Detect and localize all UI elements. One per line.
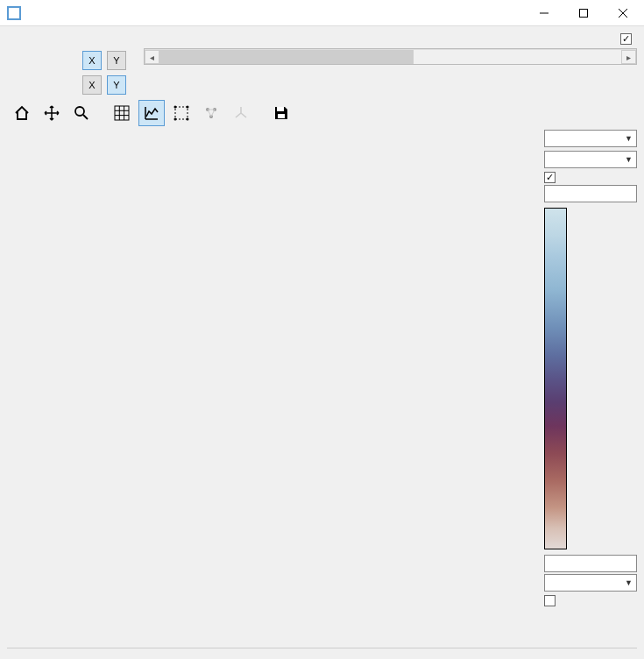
- colorbar-max-input[interactable]: [544, 185, 637, 202]
- svg-line-21: [211, 110, 215, 117]
- grid-button[interactable]: [109, 100, 135, 126]
- minimize-button[interactable]: [524, 0, 563, 26]
- scroll-left-arrow[interactable]: ◂: [145, 50, 159, 64]
- track-cursor-checkbox[interactable]: ✓: [620, 33, 635, 45]
- pan-button[interactable]: [39, 100, 65, 126]
- status-bar: [7, 648, 637, 657]
- app-icon: [7, 6, 21, 20]
- svg-point-14: [174, 118, 177, 121]
- home-button[interactable]: [9, 100, 35, 126]
- nonortho-button[interactable]: [198, 100, 224, 126]
- maximize-button[interactable]: [563, 0, 603, 26]
- check-icon: ✓: [544, 172, 556, 183]
- checkbox-empty-icon: [544, 595, 556, 606]
- slice-plot[interactable]: [7, 128, 539, 648]
- check-icon: ✓: [620, 33, 632, 45]
- axis-spectrum-x-button[interactable]: X: [82, 75, 102, 95]
- svg-point-12: [174, 106, 177, 109]
- caret-down-icon: ▼: [625, 155, 633, 164]
- normalization-select[interactable]: ▼: [544, 130, 637, 147]
- save-button[interactable]: [268, 100, 294, 126]
- svg-rect-1: [579, 9, 587, 17]
- caret-down-icon: ▼: [625, 578, 633, 587]
- scroll-thumb[interactable]: [159, 50, 414, 64]
- svg-line-5: [83, 115, 88, 119]
- axis-tof-y-button[interactable]: Y: [107, 51, 126, 70]
- titlebar: [0, 0, 644, 26]
- plot-toolbar: [7, 95, 637, 128]
- close-button[interactable]: [603, 0, 642, 26]
- caret-down-icon: ▼: [625, 134, 633, 143]
- colorbar-min-input[interactable]: [544, 555, 637, 572]
- peaks-button[interactable]: [228, 100, 254, 126]
- lineplots-button[interactable]: [138, 100, 165, 126]
- axis-tof-x-button[interactable]: X: [82, 51, 102, 70]
- svg-rect-22: [277, 107, 284, 111]
- cursor-info-table: ◂ ▸: [144, 48, 637, 65]
- scroll-right-arrow[interactable]: ▸: [621, 50, 636, 64]
- zoom-button[interactable]: [68, 100, 95, 126]
- svg-rect-11: [175, 107, 188, 119]
- axis-selectors: X Y X Y: [7, 32, 138, 95]
- svg-line-20: [208, 110, 211, 117]
- table-hscrollbar[interactable]: ◂ ▸: [145, 49, 636, 64]
- autoscale-checkbox[interactable]: [544, 593, 637, 606]
- reverse-checkbox[interactable]: ✓: [544, 170, 637, 183]
- colorbar: [544, 208, 567, 549]
- colormap-select[interactable]: ▼: [544, 151, 637, 168]
- svg-point-13: [187, 106, 189, 109]
- svg-rect-23: [278, 114, 285, 118]
- scale-select[interactable]: ▼: [544, 574, 637, 592]
- svg-rect-6: [115, 106, 129, 120]
- svg-point-4: [75, 107, 84, 116]
- axis-spectrum-y-button[interactable]: Y: [107, 75, 126, 95]
- svg-point-15: [187, 118, 189, 121]
- roi-button[interactable]: [168, 100, 195, 126]
